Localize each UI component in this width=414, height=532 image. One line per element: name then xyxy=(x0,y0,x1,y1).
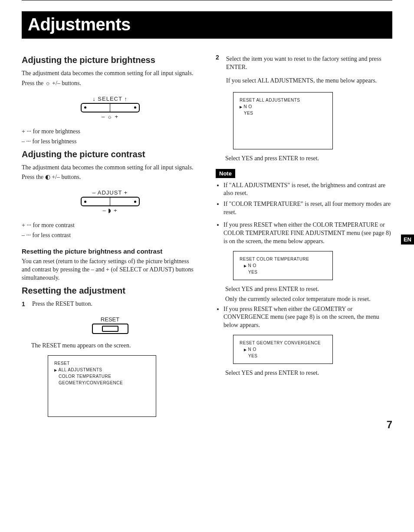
osd-title: RESET COLOR TEMPERATURE xyxy=(240,256,326,262)
brightness-para-1: The adjustment data becomes the common s… xyxy=(22,69,198,78)
rocker-bottom-label: – ◗ + xyxy=(81,207,140,214)
note-2: If "COLOR TEMPERATUERE" is reset, all fo… xyxy=(223,200,392,217)
language-tab: EN xyxy=(401,235,414,245)
step-2-text-b: If you select ALL ADJUSTMENTS, the menu … xyxy=(226,77,392,85)
osd-reset-ct: RESET COLOR TEMPERATURE N O YES xyxy=(233,251,333,280)
contrast-rocker-diagram: – ADJUST + – ◗ + xyxy=(22,189,198,214)
brightness-para-2: Press the ☼ +/– buttons. xyxy=(22,79,198,88)
step-2-text-a: Select the item you want to reset to the… xyxy=(226,55,392,72)
osd-reset-gc: RESET GEOMETRY CONVERGENCE N O YES xyxy=(233,335,333,364)
osd-reset-menu: RESET ALL ADJUSTMENTS COLOR TEMPERATURE … xyxy=(48,355,156,417)
note-1: If "ALL ADJUSTMENTS" is reset, the brigh… xyxy=(223,182,392,198)
osd-reset-all: RESET ALL ADJUSTMENTS N O YES xyxy=(233,92,333,149)
step-1-text: Press the RESET button. xyxy=(32,300,92,308)
rocker-top-label: – ADJUST + xyxy=(81,189,140,196)
heading-reset-adj: Resetting the adjustment xyxy=(22,286,198,296)
bullet-gc: If you press RESET when either the GEOME… xyxy=(223,305,392,330)
contrast-para-1: The adjustment data becomes the common s… xyxy=(22,164,198,172)
osd-option-yes: YES xyxy=(240,269,326,275)
brightness-less: – ··· for less brightness xyxy=(22,138,198,146)
osd-title: RESET GEOMETRY CONVERGENCE xyxy=(240,340,326,346)
osd-title: RESET ALL ADJUSTMENTS xyxy=(240,97,326,103)
left-column: Adjusting the picture brightness The adj… xyxy=(22,52,198,422)
rocker-bottom-label: – ☼ + xyxy=(81,113,140,120)
brightness-more: + ··· for more brightness xyxy=(22,128,198,136)
reset-button-label: RESET xyxy=(22,316,198,323)
step-2-number: 2 xyxy=(216,53,222,62)
right-column: 2 Select the item you want to reset to t… xyxy=(216,52,392,422)
osd-option-yes: YES xyxy=(240,110,326,116)
note-badge: Note xyxy=(216,169,235,178)
reset-bc-para: You can reset (return to the factory set… xyxy=(22,258,198,282)
osd-option-no: N O xyxy=(240,103,326,110)
heading-reset-bc: Resetting the picture brightness and con… xyxy=(22,248,198,255)
select-yes-1: Select YES and press ENTER to reset. xyxy=(225,155,392,163)
contrast-less: – ··· for less contrast xyxy=(22,231,198,240)
brightness-rocker-diagram: ↓ SELECT ↑ – ☼ + xyxy=(22,96,198,120)
gc-after: Select YES and press ENTER to reset. xyxy=(225,369,392,377)
page-title: Adjustments xyxy=(22,11,392,39)
ct-after-1: Select YES and press ENTER to reset. xyxy=(225,285,392,294)
osd-option-gc: GEOMETRY/CONVERGENCE xyxy=(54,380,150,386)
page-number: 7 xyxy=(387,419,392,431)
osd-title: RESET xyxy=(54,360,150,367)
heading-brightness: Adjusting the picture brightness xyxy=(22,55,198,65)
step-1-number: 1 xyxy=(22,300,28,308)
rocker-top-label: ↓ SELECT ↑ xyxy=(81,96,140,102)
osd-option-no: N O xyxy=(240,262,326,269)
contrast-more: + ··· for more contrast xyxy=(22,221,198,230)
osd-option-all: ALL ADJUSTMENTS xyxy=(54,367,150,373)
reset-after-text: The RESET menu appears on the screen. xyxy=(31,342,198,350)
reset-button-diagram: RESET xyxy=(22,316,198,334)
osd-option-yes: YES xyxy=(240,353,326,359)
ct-after-2: Only the currently selected color temper… xyxy=(225,295,392,304)
bullet-ct: If you press RESET when either the COLOR… xyxy=(223,221,392,246)
heading-contrast: Adjusting the picture contrast xyxy=(22,149,198,159)
osd-option-no: N O xyxy=(240,346,326,353)
osd-option-ct: COLOR TEMPERATURE xyxy=(54,373,150,380)
contrast-para-2: Press the ◐ +/– buttons. xyxy=(22,173,198,182)
